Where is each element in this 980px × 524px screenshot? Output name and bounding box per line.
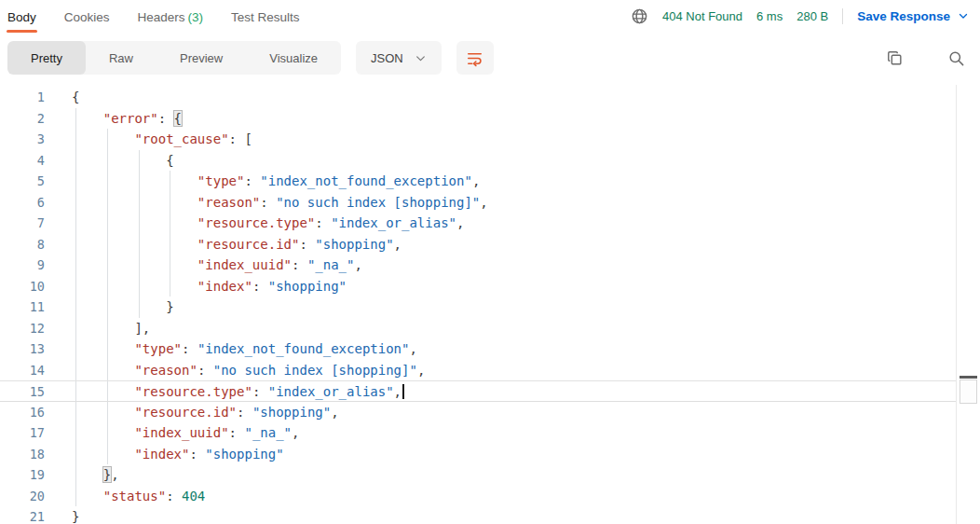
code-line: 17 "index_uuid": "_na_", [0,422,980,444]
indent-guide [139,171,140,192]
indent-guide [107,422,108,444]
code-line: 16 "resource.id": "shopping", [0,402,980,423]
line-number: 13 [0,338,58,360]
indent-guide [75,213,76,234]
line-text: "status": 404 [58,486,980,507]
line-number: 14 [0,360,58,381]
indent-guide [75,129,76,150]
line-text: "reason": "no such index [shopping]", [58,360,980,381]
line-text: "error": { [58,108,980,130]
line-text: "resource.id": "shopping", [58,402,980,423]
code-line: 1{ [0,87,980,108]
line-text: "type": "index_not_found_exception", [58,338,980,360]
indent-guide [170,171,170,192]
indent-guide [139,192,140,214]
search-body-button[interactable] [943,45,969,71]
tab-test-results[interactable]: Test Results [231,2,300,31]
indent-guide [75,486,76,507]
divider [842,8,843,24]
indent-guide [75,192,76,214]
code-line: 3 "root_cause": [ [0,129,980,150]
code-line: 6 "reason": "no such index [shopping]", [0,192,980,214]
mode-preview[interactable]: Preview [157,41,246,75]
line-text: "index_uuid": "_na_", [58,255,980,276]
indent-guide [107,213,108,234]
line-text: { [58,150,980,172]
indent-guide [107,381,108,401]
tab-headers-label: Headers [138,10,185,24]
scrollbar-thumb[interactable] [960,379,977,404]
line-number: 5 [0,171,58,192]
indent-guide [107,444,108,465]
code-line: 14 "reason": "no such index [shopping]", [0,360,980,381]
line-number: 1 [0,87,58,108]
line-number: 10 [0,276,58,297]
wrap-lines-button[interactable] [456,41,494,75]
indent-guide [139,255,140,276]
code-line: 5 "type": "index_not_found_exception", [0,171,980,192]
code-lines: 1{2 "error": {3 "root_cause": [4 {5 "typ… [0,85,980,524]
indent-guide [75,318,76,339]
tab-cookies[interactable]: Cookies [64,2,110,31]
chevron-down-icon [958,10,969,21]
indent-guide [139,276,140,297]
indent-guide [75,381,76,401]
indent-guide [75,255,76,276]
copy-body-button[interactable] [881,45,907,71]
tab-body[interactable]: Body [7,2,36,31]
status-badge: 404 Not Found [662,9,742,23]
globe-icon[interactable] [631,7,648,25]
line-number: 7 [0,213,58,234]
indent-guide [75,108,76,130]
chevron-down-icon [415,52,427,64]
line-number: 20 [0,486,58,507]
indent-guide [170,276,170,297]
indent-guide [107,150,108,172]
save-response-button[interactable]: Save Response [857,9,969,23]
indent-guide [75,360,76,381]
language-dropdown-value: JSON [371,51,403,65]
indent-guide [75,276,76,297]
view-mode-switcher: Pretty Raw Preview Visualize [7,41,341,75]
indent-guide [75,444,76,465]
response-panel: Body Cookies Headers(3) Test Results 404… [0,0,980,524]
line-number: 4 [0,150,58,172]
tab-headers[interactable]: Headers(3) [138,2,204,31]
code-line: 9 "index_uuid": "_na_", [0,255,980,276]
indent-guide [107,192,108,214]
line-number: 8 [0,234,58,255]
response-header: Body Cookies Headers(3) Test Results 404… [0,0,980,32]
indent-guide [107,129,108,150]
code-line: 20 "status": 404 [0,486,980,507]
indent-guide [107,234,108,255]
line-number: 11 [0,296,58,318]
response-time-badge: 6 ms [756,9,783,23]
mode-pretty[interactable]: Pretty [7,41,86,75]
line-text: "type": "index_not_found_exception", [58,171,980,192]
line-number: 21 [0,506,58,524]
line-text: "reason": "no such index [shopping]", [58,192,980,214]
indent-guide [170,234,170,255]
mode-visualize[interactable]: Visualize [246,41,341,75]
copy-icon [886,49,904,67]
code-line: 15 "resource.type": "index_or_alias", [0,380,980,402]
headers-count-badge: (3) [188,10,204,24]
line-number: 19 [0,464,58,486]
indent-guide [75,234,76,255]
mode-raw[interactable]: Raw [86,41,157,75]
language-dropdown[interactable]: JSON [356,41,442,75]
line-number: 6 [0,192,58,214]
wrap-text-icon [466,49,483,67]
line-number: 2 [0,108,58,130]
indent-guide [107,296,108,318]
indent-guide [75,150,76,172]
line-number: 18 [0,444,58,465]
editor-scrollbar [956,85,980,524]
line-number: 9 [0,255,58,276]
line-text: "index": "shopping" [58,276,980,297]
response-body-editor[interactable]: 1{2 "error": {3 "root_cause": [4 {5 "typ… [0,85,980,524]
indent-guide [139,296,140,318]
indent-guide [75,296,76,318]
indent-guide [139,234,140,255]
line-number: 17 [0,422,58,444]
